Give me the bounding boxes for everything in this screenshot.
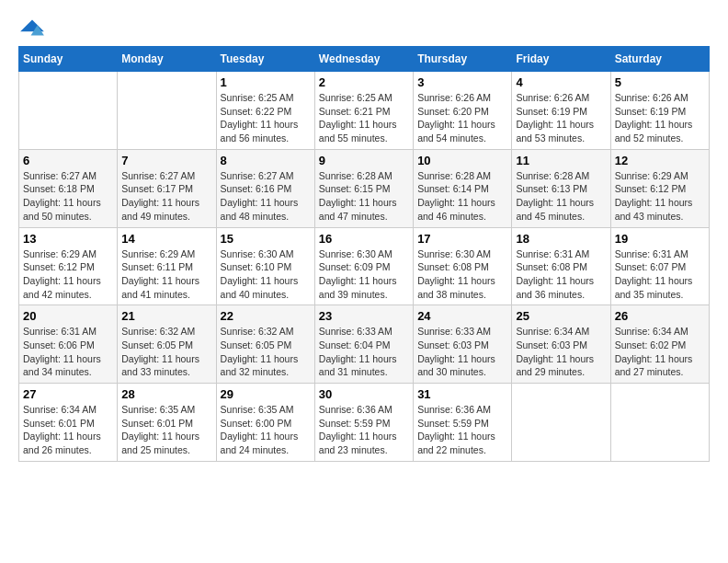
day-number: 14 (121, 232, 211, 246)
calendar-day-cell (512, 384, 610, 462)
calendar-week-row: 13Sunrise: 6:29 AMSunset: 6:12 PMDayligh… (19, 227, 710, 305)
calendar-day-cell: 5Sunrise: 6:26 AMSunset: 6:19 PMDaylight… (610, 72, 709, 150)
day-number: 9 (319, 154, 409, 167)
day-info: Sunrise: 6:27 AMSunset: 6:17 PMDaylight:… (121, 169, 211, 224)
weekday-header: Monday (118, 47, 216, 72)
calendar-day-cell (610, 384, 709, 462)
day-info: Sunrise: 6:25 AMSunset: 6:22 PMDaylight:… (221, 91, 311, 145)
day-number: 8 (221, 154, 311, 167)
calendar-day-cell: 12Sunrise: 6:29 AMSunset: 6:12 PMDayligh… (610, 149, 709, 227)
day-number: 28 (121, 387, 211, 401)
weekday-header: Wednesday (314, 47, 413, 72)
day-info: Sunrise: 6:30 AMSunset: 6:10 PMDaylight:… (221, 247, 311, 302)
calendar-day-cell: 6Sunrise: 6:27 AMSunset: 6:18 PMDaylight… (19, 149, 118, 227)
calendar-header-row: SundayMondayTuesdayWednesdayThursdayFrid… (19, 47, 710, 72)
calendar-day-cell: 14Sunrise: 6:29 AMSunset: 6:11 PMDayligh… (118, 227, 216, 305)
day-number: 25 (516, 309, 606, 323)
day-info: Sunrise: 6:25 AMSunset: 6:21 PMDaylight:… (319, 91, 409, 145)
calendar-day-cell: 22Sunrise: 6:32 AMSunset: 6:05 PMDayligh… (216, 305, 314, 384)
day-number: 17 (417, 232, 507, 246)
calendar-day-cell: 28Sunrise: 6:35 AMSunset: 6:01 PMDayligh… (118, 384, 216, 462)
day-info: Sunrise: 6:36 AMSunset: 5:59 PMDaylight:… (417, 403, 507, 457)
calendar-day-cell: 1Sunrise: 6:25 AMSunset: 6:22 PMDaylight… (216, 72, 314, 150)
day-info: Sunrise: 6:36 AMSunset: 5:59 PMDaylight:… (319, 403, 409, 457)
calendar-day-cell: 20Sunrise: 6:31 AMSunset: 6:06 PMDayligh… (19, 305, 118, 384)
day-number: 11 (516, 154, 606, 167)
day-number: 13 (23, 232, 113, 246)
calendar-day-cell: 9Sunrise: 6:28 AMSunset: 6:15 PMDaylight… (314, 149, 413, 227)
day-info: Sunrise: 6:26 AMSunset: 6:19 PMDaylight:… (516, 91, 606, 145)
calendar-day-cell: 23Sunrise: 6:33 AMSunset: 6:04 PMDayligh… (314, 305, 413, 384)
weekday-header: Saturday (610, 47, 709, 72)
day-number: 3 (417, 75, 507, 89)
day-info: Sunrise: 6:30 AMSunset: 6:09 PMDaylight:… (319, 247, 409, 302)
day-info: Sunrise: 6:33 AMSunset: 6:04 PMDaylight:… (319, 325, 409, 379)
calendar-day-cell: 17Sunrise: 6:30 AMSunset: 6:08 PMDayligh… (414, 227, 512, 305)
day-info: Sunrise: 6:32 AMSunset: 6:05 PMDaylight:… (221, 325, 311, 379)
day-number: 12 (615, 154, 705, 167)
calendar-day-cell: 30Sunrise: 6:36 AMSunset: 5:59 PMDayligh… (314, 384, 413, 462)
day-number: 30 (319, 387, 409, 401)
day-info: Sunrise: 6:34 AMSunset: 6:01 PMDaylight:… (23, 403, 113, 457)
calendar-day-cell: 26Sunrise: 6:34 AMSunset: 6:02 PMDayligh… (610, 305, 709, 384)
calendar-day-cell: 24Sunrise: 6:33 AMSunset: 6:03 PMDayligh… (414, 305, 512, 384)
calendar-day-cell: 29Sunrise: 6:35 AMSunset: 6:00 PMDayligh… (216, 384, 314, 462)
day-info: Sunrise: 6:31 AMSunset: 6:06 PMDaylight:… (23, 325, 113, 379)
day-info: Sunrise: 6:35 AMSunset: 6:01 PMDaylight:… (121, 403, 211, 457)
day-info: Sunrise: 6:28 AMSunset: 6:14 PMDaylight:… (417, 169, 507, 224)
day-info: Sunrise: 6:33 AMSunset: 6:03 PMDaylight:… (417, 325, 507, 379)
calendar-week-row: 6Sunrise: 6:27 AMSunset: 6:18 PMDaylight… (19, 149, 710, 227)
day-number: 16 (319, 232, 409, 246)
day-number: 31 (417, 387, 507, 401)
day-info: Sunrise: 6:34 AMSunset: 6:02 PMDaylight:… (615, 325, 705, 379)
day-number: 20 (23, 309, 113, 323)
calendar-day-cell: 18Sunrise: 6:31 AMSunset: 6:08 PMDayligh… (512, 227, 610, 305)
day-info: Sunrise: 6:35 AMSunset: 6:00 PMDaylight:… (221, 403, 311, 457)
day-number: 15 (221, 232, 311, 246)
calendar-day-cell: 19Sunrise: 6:31 AMSunset: 6:07 PMDayligh… (610, 227, 709, 305)
weekday-header: Tuesday (216, 47, 314, 72)
day-number: 23 (319, 309, 409, 323)
day-info: Sunrise: 6:32 AMSunset: 6:05 PMDaylight:… (121, 325, 211, 379)
day-info: Sunrise: 6:29 AMSunset: 6:11 PMDaylight:… (121, 247, 211, 302)
calendar-week-row: 20Sunrise: 6:31 AMSunset: 6:06 PMDayligh… (19, 305, 710, 384)
weekday-header: Sunday (19, 47, 118, 72)
weekday-header: Thursday (414, 47, 512, 72)
day-number: 2 (319, 75, 409, 89)
calendar-day-cell: 7Sunrise: 6:27 AMSunset: 6:17 PMDaylight… (118, 149, 216, 227)
calendar-day-cell: 25Sunrise: 6:34 AMSunset: 6:03 PMDayligh… (512, 305, 610, 384)
calendar-day-cell (19, 72, 118, 150)
day-number: 5 (615, 75, 705, 89)
day-number: 27 (23, 387, 113, 401)
calendar-table: SundayMondayTuesdayWednesdayThursdayFrid… (18, 46, 710, 462)
day-info: Sunrise: 6:31 AMSunset: 6:07 PMDaylight:… (615, 247, 705, 302)
calendar-day-cell: 2Sunrise: 6:25 AMSunset: 6:21 PMDaylight… (314, 72, 413, 150)
calendar-day-cell: 10Sunrise: 6:28 AMSunset: 6:14 PMDayligh… (414, 149, 512, 227)
page-header (18, 18, 710, 37)
day-number: 10 (417, 154, 507, 167)
day-info: Sunrise: 6:30 AMSunset: 6:08 PMDaylight:… (417, 247, 507, 302)
day-number: 7 (121, 154, 211, 167)
day-info: Sunrise: 6:26 AMSunset: 6:20 PMDaylight:… (417, 91, 507, 145)
calendar-day-cell: 8Sunrise: 6:27 AMSunset: 6:16 PMDaylight… (216, 149, 314, 227)
day-number: 4 (516, 75, 606, 89)
day-number: 6 (23, 154, 113, 167)
calendar-day-cell: 31Sunrise: 6:36 AMSunset: 5:59 PMDayligh… (414, 384, 512, 462)
logo (18, 18, 50, 37)
day-number: 1 (221, 75, 311, 89)
day-info: Sunrise: 6:26 AMSunset: 6:19 PMDaylight:… (615, 91, 705, 145)
day-number: 21 (121, 309, 211, 323)
weekday-header: Friday (512, 47, 610, 72)
day-number: 18 (516, 232, 606, 246)
calendar-day-cell (118, 72, 216, 150)
calendar-day-cell: 13Sunrise: 6:29 AMSunset: 6:12 PMDayligh… (19, 227, 118, 305)
day-info: Sunrise: 6:29 AMSunset: 6:12 PMDaylight:… (615, 169, 705, 224)
calendar-day-cell: 21Sunrise: 6:32 AMSunset: 6:05 PMDayligh… (118, 305, 216, 384)
day-number: 26 (615, 309, 705, 323)
day-number: 24 (417, 309, 507, 323)
day-number: 22 (221, 309, 311, 323)
calendar-day-cell: 16Sunrise: 6:30 AMSunset: 6:09 PMDayligh… (314, 227, 413, 305)
day-info: Sunrise: 6:27 AMSunset: 6:18 PMDaylight:… (23, 169, 113, 224)
logo-icon (18, 18, 46, 37)
calendar-day-cell: 3Sunrise: 6:26 AMSunset: 6:20 PMDaylight… (414, 72, 512, 150)
